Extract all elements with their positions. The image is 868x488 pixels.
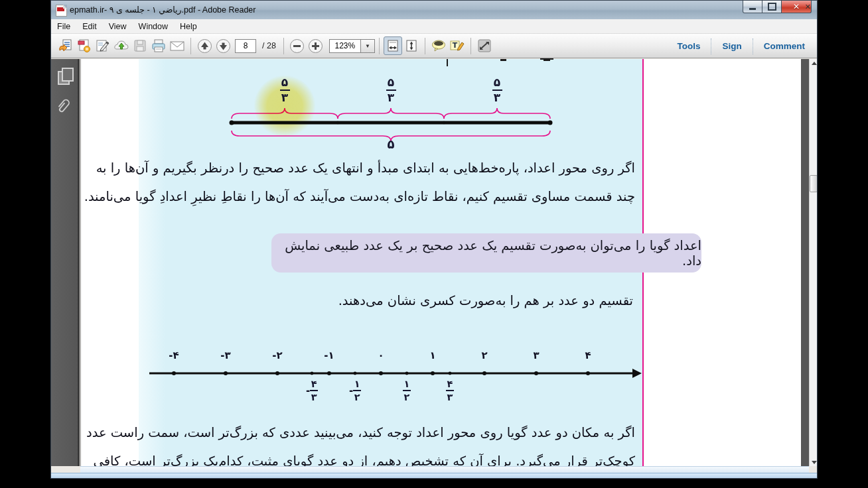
sign-panel-button[interactable]: Sign: [718, 41, 745, 51]
create-pdf-button[interactable]: [75, 36, 94, 55]
fraction-denominator: ۳: [492, 91, 502, 104]
save-button[interactable]: [131, 36, 149, 55]
open-file-button[interactable]: [56, 36, 75, 55]
scroll-down-arrow[interactable]: [810, 458, 818, 466]
vertical-scrollbar[interactable]: [809, 59, 818, 466]
integer-tick-dot: [327, 371, 331, 375]
email-button[interactable]: [168, 36, 186, 55]
fraction-label: ۱۲: [390, 379, 424, 402]
toolbar: 8 / 28 123% ▼: [51, 34, 817, 58]
fraction-numerator: ۱: [403, 379, 411, 389]
attachments-paperclip-icon[interactable]: [52, 95, 75, 117]
sentence-line: تقسیم دو عدد بر هم را به‌صورت کسری نشان …: [338, 293, 633, 308]
svg-text:T: T: [453, 41, 458, 50]
integer-tick-dot: [379, 371, 383, 375]
fraction-bar: [446, 390, 454, 391]
sign-pen-icon: [95, 38, 111, 53]
menu-view[interactable]: View: [103, 19, 133, 33]
close-icon: ✕: [793, 2, 800, 11]
scrollbar-thumb[interactable]: [810, 175, 818, 192]
fraction-stack: ۵۳: [280, 76, 290, 104]
fraction-stack: ۱۲: [353, 379, 361, 402]
dotted-separator: [711, 38, 711, 54]
triangle-up-icon: [812, 62, 817, 65]
menu-window[interactable]: Window: [133, 19, 174, 33]
tools-panel-button[interactable]: Tools: [673, 41, 704, 51]
page-thumbnails-icon[interactable]: [58, 71, 70, 85]
fraction-numerator: ۴: [446, 379, 454, 389]
paragraph1-line2: چند قسمت مساوی تقسیم کنیم، نقاط تازه‌ای …: [84, 189, 635, 204]
maximize-button[interactable]: [762, 1, 782, 13]
menu-edit[interactable]: Edit: [76, 19, 103, 33]
print-icon: [151, 38, 167, 53]
chevron-down-icon: ▼: [365, 43, 370, 49]
fraction-stack: ۵۳: [386, 76, 396, 104]
integer-label: -۲: [263, 349, 292, 361]
fraction-numerator: ۴: [310, 379, 318, 389]
integer-tick-dot: [431, 371, 435, 375]
toolbar-separator: [470, 38, 471, 54]
fraction-numerator: ۵: [280, 76, 290, 89]
previous-page-button[interactable]: [195, 36, 214, 55]
menu-file[interactable]: File: [51, 19, 76, 33]
section-fraction: ۵۳: [265, 76, 305, 104]
window-controls: ✕: [743, 1, 812, 13]
print-button[interactable]: [149, 36, 168, 55]
fraction-stack: ۴۳: [446, 379, 454, 402]
fraction-denominator: ۳: [280, 91, 290, 104]
integer-label: ۱: [418, 349, 447, 361]
page-up-icon: [197, 38, 212, 54]
menu-help[interactable]: Help: [174, 19, 203, 33]
integer-label: -۴: [159, 349, 188, 361]
fraction-stack: ۴۳: [310, 379, 318, 402]
toolbar-separator: [379, 38, 380, 54]
page-number-input[interactable]: 8: [235, 39, 256, 53]
send-to-cloud-button[interactable]: [112, 36, 131, 55]
integer-tick-dot: [224, 371, 228, 375]
zoom-dropdown-button[interactable]: ▼: [361, 39, 375, 53]
fraction-label: ۴۳: [433, 379, 467, 402]
integer-tick-dot: [275, 371, 279, 375]
fraction-denominator: ۳: [446, 392, 454, 402]
comment-panel-button[interactable]: Comment: [760, 41, 809, 51]
integer-label: ۰: [366, 349, 396, 361]
fraction-tick-dot: [449, 372, 452, 375]
zoom-out-button[interactable]: [288, 36, 307, 55]
fraction-denominator: ۳: [310, 392, 318, 402]
dotted-separator: [753, 38, 753, 54]
integer-label: -۳: [211, 349, 240, 361]
integer-label: -۱: [315, 349, 344, 361]
integer-label: ۲: [470, 349, 499, 361]
section-fraction: ۵۳: [477, 76, 517, 104]
highlight-text-button[interactable]: T: [448, 36, 467, 55]
sign-document-button[interactable]: [94, 36, 112, 55]
menubar-close-icon[interactable]: ✕: [805, 3, 811, 11]
zoom-level-input[interactable]: 123%: [329, 39, 361, 53]
fit-page-icon: [405, 39, 418, 52]
fraction-numerator: ۵: [386, 76, 396, 89]
title-bar[interactable]: epmath.ir- رياضي ١ - جلسه ی ۹.pdf - Adob…: [51, 1, 817, 19]
navigation-panel: [51, 59, 80, 466]
maximize-icon: [768, 3, 776, 11]
integer-label: ۴: [573, 349, 603, 361]
next-page-button[interactable]: [214, 36, 232, 55]
window-bottom-frame: [51, 473, 817, 479]
fraction-denominator: ۲: [353, 392, 361, 402]
document-canvas-strip: [801, 59, 809, 466]
open-icon: [58, 38, 73, 53]
minimize-button[interactable]: [743, 1, 762, 13]
add-comment-button[interactable]: [429, 36, 448, 55]
cutoff-text-mark: [500, 59, 506, 61]
fullscreen-arrows-icon: [477, 38, 492, 53]
scroll-up-arrow[interactable]: [810, 59, 818, 67]
triangle-down-icon: [812, 461, 817, 464]
adobe-reader-window: epmath.ir- رياضي ١ - جلسه ی ۹.pdf - Adob…: [50, 0, 818, 479]
zoom-in-button[interactable]: [307, 36, 325, 55]
comment-balloon-icon: [431, 38, 447, 53]
scrolling-mode-button[interactable]: [384, 36, 402, 55]
integer-tick-dot: [534, 371, 538, 375]
segment-total-label: ۵: [371, 137, 411, 151]
fullscreen-button[interactable]: [475, 36, 494, 55]
fit-page-button[interactable]: [402, 36, 421, 55]
fraction-stack: ۵۳: [492, 76, 502, 104]
